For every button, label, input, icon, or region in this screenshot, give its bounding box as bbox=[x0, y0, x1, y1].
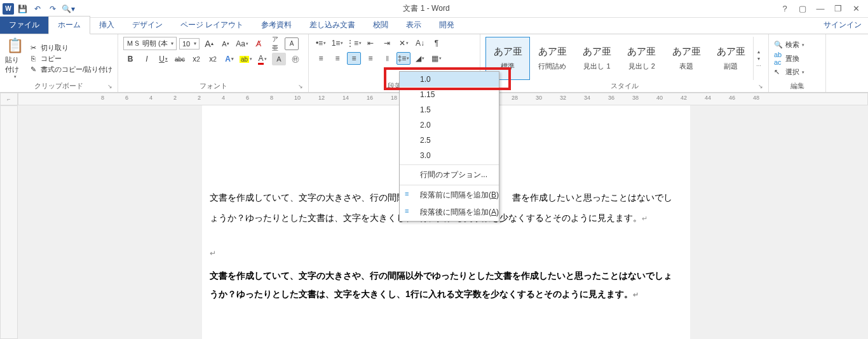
group-editing: 🔍検索▾ abac置換 ↖選択▾ 編集 bbox=[769, 34, 826, 92]
tab-review[interactable]: 校閲 bbox=[364, 17, 397, 34]
copy-button[interactable]: ⎘コピー bbox=[29, 54, 112, 63]
text-effects-icon[interactable]: A▾ bbox=[222, 53, 236, 65]
char-border-icon[interactable]: A bbox=[285, 37, 299, 50]
group-clipboard: 📋 貼り付け ▾ ✂切り取り ⎘コピー ✎書式のコピー/貼り付け クリップボード… bbox=[0, 34, 118, 92]
multilevel-icon[interactable]: ⋮≡▾ bbox=[347, 37, 361, 50]
space-before-icon: ≡ bbox=[405, 190, 409, 197]
vertical-ruler[interactable] bbox=[0, 105, 18, 339]
tab-home[interactable]: ホーム bbox=[48, 16, 90, 34]
change-case-icon[interactable]: Aa▾ bbox=[235, 37, 249, 50]
styles-gallery-expand[interactable]: ▴▾⋯ bbox=[753, 37, 763, 80]
italic-button[interactable]: I bbox=[140, 53, 154, 65]
bold-button[interactable]: B bbox=[123, 53, 137, 65]
distribute-icon[interactable]: ⫴ bbox=[380, 52, 394, 65]
signin-link[interactable]: サインイン bbox=[817, 17, 868, 34]
scissors-icon: ✂ bbox=[29, 44, 38, 52]
ribbon-tabs: ファイル ホーム 挿入 デザイン ページ レイアウト 参考資料 差し込み文書 校… bbox=[0, 18, 868, 34]
undo-icon[interactable]: ↶ bbox=[31, 2, 44, 16]
group-font: ＭＳ 明朝 (本▾ 10▾ A▴ A▾ Aa▾ A̸ ア亜 A B I U▾ a… bbox=[118, 34, 309, 92]
minimize-icon[interactable]: — bbox=[813, 2, 827, 16]
decrease-indent-icon[interactable]: ⇤ bbox=[363, 37, 377, 50]
linespacing-2-5[interactable]: 2.5 bbox=[400, 133, 499, 148]
find-icon: 🔍 bbox=[774, 41, 783, 49]
font-color-icon[interactable]: A▾ bbox=[255, 53, 269, 65]
shading-icon[interactable]: ◢▾ bbox=[413, 52, 427, 65]
font-size-select[interactable]: 10▾ bbox=[179, 38, 200, 50]
align-center-icon[interactable]: ≡ bbox=[330, 52, 344, 65]
help-icon[interactable]: ? bbox=[778, 2, 792, 16]
group-styles: あア亜標準 あア亜行間詰め あア亜見出し 1 あア亜見出し 2 あア亜表題 あア… bbox=[480, 34, 769, 92]
style-title[interactable]: あア亜表題 bbox=[664, 37, 709, 80]
cut-button[interactable]: ✂切り取り bbox=[29, 43, 112, 53]
select-button[interactable]: ↖選択▾ bbox=[774, 67, 820, 77]
font-name-select[interactable]: ＭＳ 明朝 (本▾ bbox=[123, 37, 177, 50]
paste-button[interactable]: 📋 貼り付け ▾ bbox=[5, 37, 25, 80]
tab-layout[interactable]: ページ レイアウト bbox=[172, 17, 252, 34]
document-title: 文書 1 - Word bbox=[75, 3, 778, 14]
style-heading1[interactable]: あア亜見出し 1 bbox=[574, 37, 619, 80]
underline-button[interactable]: U▾ bbox=[156, 53, 170, 65]
tab-insert[interactable]: 挿入 bbox=[90, 17, 123, 34]
linespacing-1-5[interactable]: 1.5 bbox=[400, 102, 499, 117]
find-button[interactable]: 🔍検索▾ bbox=[774, 40, 820, 50]
font-dialog-launcher[interactable]: ↘ bbox=[298, 83, 303, 90]
save-icon[interactable]: 💾 bbox=[15, 2, 29, 16]
linespacing-1-0[interactable]: 1.0 bbox=[400, 72, 499, 87]
format-painter-button[interactable]: ✎書式のコピー/貼り付け bbox=[29, 65, 112, 74]
align-left-icon[interactable]: ≡ bbox=[314, 52, 328, 65]
shrink-font-icon[interactable]: A▾ bbox=[219, 37, 233, 50]
add-space-after[interactable]: ≡段落後に間隔を追加(A) bbox=[400, 204, 499, 221]
borders-icon[interactable]: ▦▾ bbox=[430, 52, 444, 65]
clipboard-dialog-launcher[interactable]: ↘ bbox=[107, 83, 112, 90]
justify-icon[interactable]: ≡ bbox=[363, 52, 377, 65]
ribbon-options-icon[interactable]: ▢ bbox=[796, 2, 810, 16]
phonetic-guide-icon[interactable]: ア亜 bbox=[268, 37, 282, 50]
highlight-icon[interactable]: ab▾ bbox=[239, 53, 253, 65]
bullets-icon[interactable]: •≡▾ bbox=[314, 37, 328, 50]
redo-icon[interactable]: ↷ bbox=[46, 2, 60, 16]
ruler-corner: ⌐ bbox=[0, 93, 18, 105]
paragraph-mark[interactable]: ↵ bbox=[210, 245, 216, 262]
subscript-button[interactable]: x2 bbox=[189, 53, 203, 65]
increase-indent-icon[interactable]: ⇥ bbox=[380, 37, 394, 50]
tab-mailings[interactable]: 差し込み文書 bbox=[301, 17, 364, 34]
linespacing-options[interactable]: 行間のオプション... bbox=[400, 166, 499, 183]
tab-view[interactable]: 表示 bbox=[397, 17, 430, 34]
strike-button[interactable]: abc bbox=[173, 53, 187, 65]
align-right-icon[interactable]: ≡ bbox=[347, 52, 361, 65]
styles-dialog-launcher[interactable]: ↘ bbox=[758, 83, 763, 90]
replace-icon: abac bbox=[774, 51, 783, 66]
add-space-before[interactable]: ≡段落前に間隔を追加(B) bbox=[400, 187, 499, 204]
restore-icon[interactable]: ❐ bbox=[831, 2, 845, 16]
paste-icon: 📋 bbox=[6, 37, 24, 54]
word-app-icon: W bbox=[3, 3, 14, 15]
tab-references[interactable]: 参考資料 bbox=[252, 17, 301, 34]
tab-design[interactable]: デザイン bbox=[123, 17, 172, 34]
select-icon: ↖ bbox=[774, 68, 783, 76]
preview-icon[interactable]: 🔍▾ bbox=[61, 2, 75, 16]
enclose-char-icon[interactable]: ㊕ bbox=[288, 53, 302, 65]
tab-file[interactable]: ファイル bbox=[0, 17, 48, 34]
style-subtitle[interactable]: あア亜副題 bbox=[709, 37, 753, 80]
replace-button[interactable]: abac置換 bbox=[774, 51, 820, 66]
show-marks-icon[interactable]: ¶ bbox=[430, 37, 444, 50]
line-spacing-button[interactable]: ‡≡▾ bbox=[397, 52, 410, 65]
clear-format-icon[interactable]: A̸ bbox=[252, 37, 266, 50]
style-nospacing[interactable]: あア亜行間詰め bbox=[530, 37, 574, 80]
char-shading-icon[interactable]: A bbox=[272, 53, 286, 65]
asian-layout-icon[interactable]: ✕▾ bbox=[397, 37, 410, 50]
style-heading2[interactable]: あア亜見出し 2 bbox=[620, 37, 664, 80]
grow-font-icon[interactable]: A▴ bbox=[202, 37, 216, 50]
tab-developer[interactable]: 開発 bbox=[430, 17, 463, 34]
window-controls: ? ▢ — ❐ ✕ bbox=[778, 2, 868, 16]
superscript-button[interactable]: x2 bbox=[206, 53, 220, 65]
linespacing-2-0[interactable]: 2.0 bbox=[400, 117, 499, 133]
numbering-icon[interactable]: 1≡▾ bbox=[330, 37, 344, 50]
linespacing-3-0[interactable]: 3.0 bbox=[400, 148, 499, 163]
space-after-icon: ≡ bbox=[405, 207, 409, 215]
close-icon[interactable]: ✕ bbox=[849, 2, 863, 16]
title-bar: W 💾 ↶ ↷ 🔍▾ 文書 1 - Word ? ▢ — ❐ ✕ bbox=[0, 0, 868, 18]
linespacing-1-15[interactable]: 1.15 bbox=[400, 87, 499, 102]
paragraph-2[interactable]: 文書を作成していて、文字の大きさや、行の間隔以外でゆったりとした文書を作成したい… bbox=[210, 267, 674, 304]
sort-icon[interactable]: A↓ bbox=[413, 37, 427, 50]
